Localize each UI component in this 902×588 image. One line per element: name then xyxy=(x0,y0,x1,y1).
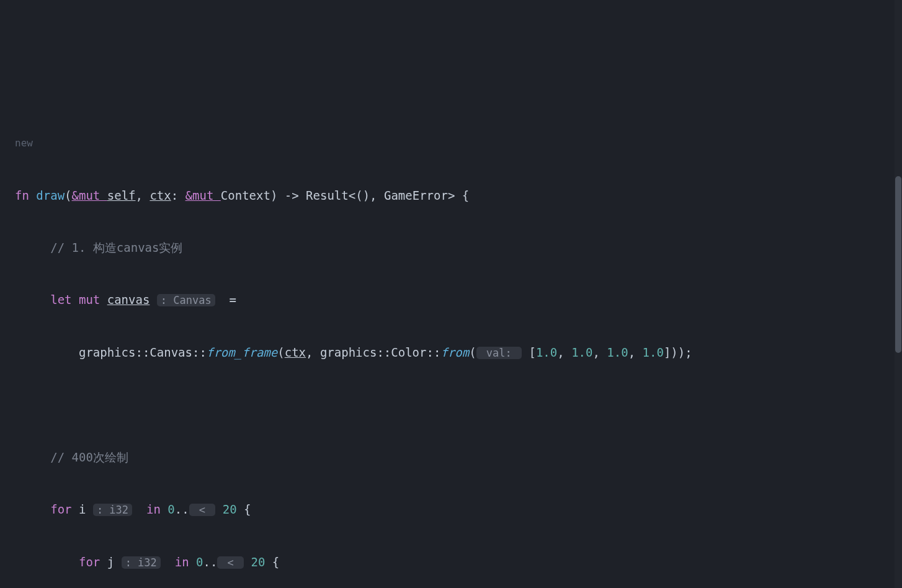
code-line[interactable]: fn draw(&mut self, ctx: &mut Context) ->… xyxy=(15,182,902,208)
code-line[interactable]: for i : i32 in 0.. < 20 { xyxy=(15,496,902,523)
keyword-for: for xyxy=(79,555,107,569)
var-i: i xyxy=(79,502,86,516)
fn-name-draw: draw xyxy=(36,189,65,202)
code-line[interactable]: // 1. 构造canvas实例 xyxy=(15,234,902,261)
keyword-let: let xyxy=(50,293,79,306)
keyword-in: in xyxy=(161,555,196,569)
type-context: Context xyxy=(221,189,270,202)
blank-line[interactable] xyxy=(15,392,902,418)
code-line[interactable]: // 400次绘制 xyxy=(15,444,902,470)
param-ctx: ctx xyxy=(150,189,171,202)
keyword-for: for xyxy=(50,502,79,516)
var-j: j xyxy=(107,555,114,569)
vertical-scrollbar[interactable] xyxy=(895,0,902,588)
param-self: self xyxy=(107,189,136,202)
code-editor[interactable]: new fn draw(&mut self, ctx: &mut Context… xyxy=(0,104,902,588)
code-line[interactable]: let mut canvas : Canvas = xyxy=(15,287,902,313)
range-hint: < xyxy=(217,556,244,569)
keyword-in: in xyxy=(132,502,167,516)
param-hint: val: xyxy=(476,347,522,359)
scrollbar-thumb[interactable] xyxy=(895,176,901,352)
call-from-frame: from_frame xyxy=(207,345,277,359)
type-gameerror: GameError xyxy=(384,189,448,202)
type-hint: : i32 xyxy=(122,556,161,569)
var-canvas: canvas xyxy=(107,293,150,306)
code-line[interactable]: for j : i32 in 0.. < 20 { xyxy=(15,549,902,576)
range-hint: < xyxy=(189,504,216,516)
comment: // 400次绘制 xyxy=(50,450,128,464)
keyword-fn: fn xyxy=(15,189,36,202)
hint-partial: new xyxy=(15,130,902,156)
code-line[interactable]: graphics::Canvas::from_frame(ctx, graphi… xyxy=(15,339,902,366)
keyword-amp-mut: &mut xyxy=(72,189,107,202)
type-result: Result xyxy=(306,189,349,202)
type-hint: : i32 xyxy=(93,504,132,516)
var-ctx: ctx xyxy=(285,345,306,359)
type-hint: : Canvas xyxy=(157,294,215,306)
call-from: from xyxy=(440,345,469,359)
keyword-mut: mut xyxy=(79,293,107,306)
comment: // 1. 构造canvas实例 xyxy=(50,241,182,254)
